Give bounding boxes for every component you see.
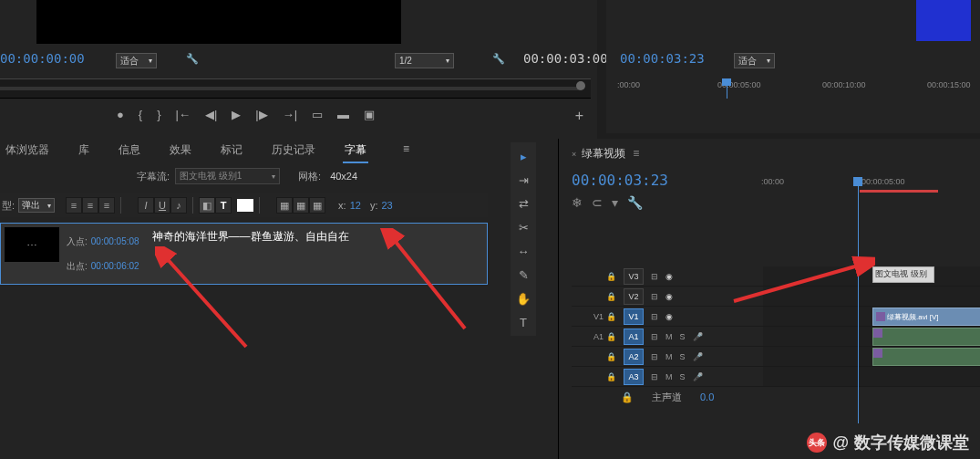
- timeline-ruler[interactable]: :00:00 00:00:05:00: [761, 177, 980, 195]
- tab-captions[interactable]: 字幕: [343, 139, 368, 163]
- tab-markers[interactable]: 标记: [219, 139, 244, 163]
- track-header[interactable]: A1: [624, 329, 644, 345]
- settings-icon[interactable]: 🔧: [627, 195, 643, 210]
- eye-icon[interactable]: ◉: [665, 292, 673, 301]
- bg-color-icon[interactable]: ◧: [199, 197, 215, 214]
- solo-button[interactable]: S: [680, 372, 686, 381]
- text-mode-icon[interactable]: T: [215, 197, 232, 214]
- snap-icon[interactable]: ❄: [572, 195, 583, 210]
- track-a1[interactable]: A1 🔒A1⊟MS🎤: [572, 327, 980, 347]
- tab-libraries[interactable]: 库: [77, 139, 91, 163]
- go-out-icon[interactable]: →|: [283, 108, 297, 121]
- go-in-icon[interactable]: |←: [176, 108, 191, 121]
- source-out-timecode[interactable]: 00:00:03:00: [523, 51, 608, 66]
- out-point-timecode[interactable]: 00:00:06:02: [91, 261, 139, 271]
- program-ruler[interactable]: :00:00 00:00:05:00 00:00:10:00 00:00:15:…: [617, 78, 976, 99]
- close-icon[interactable]: ×: [572, 150, 576, 159]
- step-fwd-icon[interactable]: |▶: [255, 108, 267, 121]
- lock-icon[interactable]: 🔒: [606, 372, 616, 381]
- selection-tool-icon[interactable]: ▸: [515, 148, 531, 164]
- type-tool-icon[interactable]: T: [515, 314, 531, 330]
- mix-value[interactable]: 0.0: [700, 391, 714, 402]
- source-fit-dropdown[interactable]: 适合▾: [116, 53, 157, 68]
- caption-clip-row[interactable]: - - - 入点:00:00:05:08 出点:00:00:06:02 神奇的海…: [0, 223, 488, 285]
- title-clip[interactable]: 图文电视 级别: [872, 266, 934, 283]
- toggle-output-icon[interactable]: ⊟: [651, 272, 658, 281]
- mic-icon[interactable]: 🎤: [693, 352, 703, 361]
- source-monitor[interactable]: [36, 0, 401, 44]
- button-editor-icon[interactable]: +: [575, 108, 583, 124]
- underline-icon[interactable]: U: [154, 197, 170, 214]
- mark-out-icon[interactable]: }: [157, 108, 160, 121]
- tab-history[interactable]: 历史记录: [270, 139, 317, 163]
- toggle-output-icon[interactable]: ⊟: [651, 292, 658, 301]
- audio-clip[interactable]: [872, 328, 980, 346]
- music-icon[interactable]: ♪: [170, 197, 187, 214]
- track-header[interactable]: V2: [624, 288, 644, 305]
- insert-icon[interactable]: ▭: [312, 108, 323, 121]
- marker-icon[interactable]: ▾: [612, 195, 618, 210]
- overwrite-icon[interactable]: ▬: [337, 108, 349, 121]
- export-frame-icon[interactable]: ▣: [364, 108, 375, 121]
- video-clip[interactable]: 绿幕视频.avi [V]: [872, 308, 980, 326]
- in-point-timecode[interactable]: 00:00:05:08: [91, 236, 139, 246]
- fx-icon[interactable]: [873, 349, 882, 358]
- track-v2[interactable]: 🔒V2⊟◉: [572, 287, 980, 307]
- settings-icon[interactable]: 🔧: [492, 53, 505, 65]
- pen-tool-icon[interactable]: ✎: [515, 266, 531, 283]
- program-monitor[interactable]: [916, 0, 971, 41]
- mic-icon[interactable]: 🎤: [693, 372, 703, 381]
- timeline-timecode[interactable]: 00:00:03:23: [572, 172, 668, 189]
- pos-1-icon[interactable]: ▦: [276, 197, 293, 214]
- track-header[interactable]: A2: [624, 349, 644, 365]
- pos-3-icon[interactable]: ▦: [309, 197, 325, 214]
- source-in-timecode[interactable]: 00:00:00:00: [0, 51, 85, 66]
- toggle-output-icon[interactable]: ⊟: [651, 352, 658, 361]
- align-right-icon[interactable]: ≡: [98, 197, 115, 214]
- ripple-edit-icon[interactable]: ⇄: [515, 195, 531, 212]
- x-value[interactable]: 12: [350, 200, 361, 211]
- lock-icon[interactable]: 🔒: [606, 272, 616, 281]
- italic-icon[interactable]: I: [138, 197, 154, 214]
- eye-icon[interactable]: ◉: [665, 312, 673, 321]
- play-icon[interactable]: ▶: [232, 108, 241, 121]
- audio-clip[interactable]: [872, 348, 980, 366]
- track-v3[interactable]: 🔒V3⊟◉ 图文电视 级别: [572, 266, 980, 287]
- grid-value[interactable]: 40x24: [330, 171, 357, 182]
- lock-icon[interactable]: 🔒: [606, 292, 616, 301]
- source-zoom-dropdown[interactable]: 1/2▾: [395, 53, 454, 68]
- razor-tool-icon[interactable]: ✂: [515, 219, 531, 235]
- sequence-tab[interactable]: ×绿幕视频≡: [572, 146, 639, 162]
- track-a2[interactable]: 🔒A2⊟MS🎤: [572, 347, 980, 367]
- solo-button[interactable]: S: [680, 352, 686, 361]
- step-back-icon[interactable]: ◀|: [205, 108, 217, 121]
- type-dropdown[interactable]: 弹出▾: [18, 198, 55, 213]
- track-select-icon[interactable]: ⇥: [515, 172, 531, 188]
- track-v1[interactable]: V1 🔒V1⊟◉ 绿幕视频.avi [V]: [572, 307, 980, 327]
- source-patch[interactable]: V1: [593, 312, 612, 321]
- solo-button[interactable]: S: [680, 332, 686, 341]
- caption-stream-dropdown[interactable]: 图文电视 级别1▾: [175, 168, 280, 184]
- source-patch[interactable]: A1: [593, 332, 612, 341]
- mark-in-icon[interactable]: {: [139, 108, 142, 121]
- hand-tool-icon[interactable]: ✋: [515, 290, 531, 307]
- settings-icon[interactable]: 🔧: [186, 53, 199, 65]
- add-marker-icon[interactable]: ●: [117, 108, 124, 121]
- panel-menu-icon[interactable]: ≡: [633, 147, 639, 160]
- toggle-output-icon[interactable]: ⊟: [651, 372, 658, 381]
- fx-icon[interactable]: [876, 312, 885, 321]
- y-value[interactable]: 23: [381, 200, 392, 211]
- slip-tool-icon[interactable]: ↔: [515, 243, 531, 259]
- toggle-output-icon[interactable]: ⊟: [651, 312, 658, 321]
- ruler-handle[interactable]: [576, 81, 585, 90]
- fx-icon[interactable]: [873, 329, 882, 338]
- program-timecode[interactable]: 00:00:03:23: [620, 51, 705, 66]
- color-swatch[interactable]: [237, 199, 253, 212]
- program-fit-dropdown[interactable]: 适合▾: [734, 53, 775, 68]
- mic-icon[interactable]: 🎤: [693, 332, 703, 341]
- mute-button[interactable]: M: [665, 372, 673, 381]
- lock-icon[interactable]: 🔒: [606, 352, 616, 361]
- eye-icon[interactable]: ◉: [665, 272, 673, 281]
- caption-text-field[interactable]: 神奇的海洋世界——群鱼遨游、自由自在: [143, 224, 487, 284]
- tab-info[interactable]: 信息: [117, 139, 142, 163]
